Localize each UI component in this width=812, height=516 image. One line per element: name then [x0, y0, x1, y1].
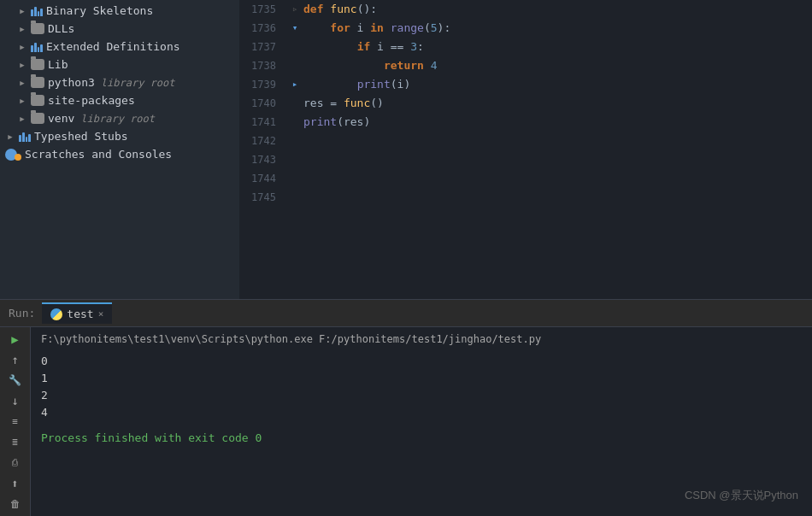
- scroll-up-button[interactable]: ↑: [6, 351, 25, 368]
- sidebar-item-label: venv: [48, 112, 74, 125]
- sidebar-item-label: site-packages: [48, 94, 135, 107]
- line-number: 1736: [239, 19, 286, 38]
- code-line-1742: 1742: [239, 132, 812, 150]
- sidebar-item-suffix: library root: [80, 113, 155, 125]
- chevron-icon: ▶: [17, 6, 27, 16]
- code-content: if i == 3:: [303, 38, 424, 56]
- chevron-icon: ▶: [17, 60, 27, 70]
- python-icon: [50, 308, 62, 320]
- run-toolbar: ▶ ↑ 🔧 ↓ ≡ ≣ ⎙ ⬆ 🗑: [0, 327, 31, 516]
- run-bar: Run: test ×: [0, 300, 812, 327]
- chevron-icon: ▶: [17, 114, 27, 124]
- sidebar-item-suffix: library root: [101, 77, 175, 89]
- lines1-button[interactable]: ≡: [6, 413, 25, 430]
- bar-icon: [19, 131, 31, 142]
- chevron-icon: ▶: [17, 42, 27, 52]
- code-content: print(i): [303, 75, 410, 94]
- output-line-0: 0: [41, 353, 802, 370]
- gutter-marker: ▹: [286, 0, 303, 19]
- chevron-icon: ▶: [17, 96, 27, 106]
- output-line-1: 1: [41, 370, 802, 387]
- line-number: 1745: [239, 188, 286, 207]
- line-number: 1742: [239, 132, 286, 150]
- line-number: 1744: [239, 169, 286, 188]
- sidebar-item-scratches[interactable]: Scratches and Consoles: [0, 145, 239, 163]
- sidebar-item-site-packages[interactable]: ▶ site-packages: [0, 91, 239, 109]
- sidebar-item-binary-skeletons[interactable]: ▶ Binary Skeletons: [0, 2, 239, 20]
- folder-icon: [31, 23, 44, 34]
- sidebar-item-lib[interactable]: ▶ Lib: [0, 56, 239, 73]
- line-number: 1739: [239, 75, 286, 94]
- sidebar-item-venv[interactable]: ▶ venv library root: [0, 109, 239, 127]
- play-button[interactable]: ▶: [6, 331, 25, 348]
- watermark: CSDN @景天说Python: [685, 487, 798, 504]
- code-lines: 1735 ▹ def func(): 1736 ▾ for i in range…: [239, 0, 812, 207]
- folder-icon: [31, 95, 44, 106]
- lines2-button[interactable]: ≣: [6, 434, 25, 451]
- code-line-1735: 1735 ▹ def func():: [239, 0, 812, 19]
- folder-icon: [31, 59, 44, 70]
- print-button[interactable]: ⎙: [6, 454, 25, 472]
- sidebar-item-dlls[interactable]: ▶ DLLs: [0, 20, 239, 38]
- tab-close-button[interactable]: ×: [98, 308, 104, 320]
- chevron-icon: ▶: [5, 132, 15, 142]
- process-done-message: Process finished with exit code 0: [41, 430, 802, 447]
- folder-icon: [31, 77, 44, 88]
- code-line-1745: 1745: [239, 188, 812, 207]
- sidebar-item-python3[interactable]: ▶ python3 library root: [0, 73, 239, 91]
- console-area: ▶ ↑ 🔧 ↓ ≡ ≣ ⎙ ⬆ 🗑 F:\pythonitems\test1\v…: [0, 327, 812, 516]
- run-label: Run:: [9, 307, 35, 320]
- bar-icon: [31, 41, 43, 52]
- code-line-1744: 1744: [239, 169, 812, 188]
- sidebar-item-extended-definitions[interactable]: ▶ Extended Definitions: [0, 38, 239, 56]
- sidebar-item-label: Binary Skeletons: [46, 4, 153, 17]
- line-number: 1741: [239, 113, 286, 132]
- output-line-4: 4: [41, 404, 802, 421]
- upload-button[interactable]: ⬆: [6, 475, 25, 492]
- chevron-icon: ▶: [17, 78, 27, 88]
- output-line-2: 2: [41, 387, 802, 404]
- sidebar-item-label: DLLs: [48, 22, 74, 35]
- sidebar-item-label: Lib: [48, 58, 68, 71]
- code-line-1741: 1741 print(res): [239, 113, 812, 132]
- code-content: def func():: [303, 0, 377, 19]
- line-number: 1740: [239, 94, 286, 113]
- line-number: 1735: [239, 0, 286, 19]
- code-content: print(res): [303, 113, 370, 132]
- scroll-down-button[interactable]: ↓: [6, 392, 25, 409]
- trash-button[interactable]: 🗑: [6, 495, 25, 513]
- sidebar-item-label: Typeshed Stubs: [34, 130, 128, 143]
- sidebar-item-typeshed-stubs[interactable]: ▶ Typeshed Stubs: [0, 127, 239, 145]
- console-output: F:\pythonitems\test1\venv\Scripts\python…: [31, 327, 812, 516]
- code-editor: 1735 ▹ def func(): 1736 ▾ for i in range…: [239, 0, 812, 299]
- folder-icon: [31, 113, 44, 124]
- chevron-icon: ▶: [17, 24, 27, 34]
- code-line-1743: 1743: [239, 150, 812, 169]
- sidebar-item-label: python3: [48, 76, 95, 89]
- gutter-marker: ▾: [286, 19, 303, 38]
- bar-icon: [31, 5, 43, 16]
- code-line-1737: 1737 if i == 3:: [239, 38, 812, 56]
- tab-label: test: [67, 308, 93, 320]
- scratches-sub-icon: [15, 154, 21, 161]
- line-number: 1743: [239, 150, 286, 169]
- main-area: ▶ Binary Skeletons ▶ DLLs ▶ Extended Def…: [0, 0, 812, 299]
- code-line-1738: 1738 return 4: [239, 56, 812, 75]
- code-content: return 4: [303, 56, 438, 75]
- bottom-panel: Run: test × ▶ ↑ 🔧 ↓ ≡ ≣ ⎙ ⬆ 🗑 F:\pythoni…: [0, 299, 812, 516]
- run-tab[interactable]: test ×: [42, 302, 112, 324]
- line-number: 1737: [239, 38, 286, 56]
- line-number: 1738: [239, 56, 286, 75]
- code-content: for i in range(5):: [303, 19, 450, 38]
- code-line-1736: 1736 ▾ for i in range(5):: [239, 19, 812, 38]
- code-line-1739: 1739 ▸ print(i): [239, 75, 812, 94]
- scratches-label: Scratches and Consoles: [25, 148, 172, 161]
- sidebar: ▶ Binary Skeletons ▶ DLLs ▶ Extended Def…: [0, 0, 239, 299]
- gutter-marker: ▸: [286, 75, 303, 94]
- code-line-1740: 1740 res = func(): [239, 94, 812, 113]
- wrench-button[interactable]: 🔧: [6, 372, 25, 389]
- sidebar-item-label: Extended Definitions: [46, 40, 180, 53]
- code-content: res = func(): [303, 94, 384, 113]
- command-line: F:\pythonitems\test1\venv\Scripts\python…: [41, 331, 802, 348]
